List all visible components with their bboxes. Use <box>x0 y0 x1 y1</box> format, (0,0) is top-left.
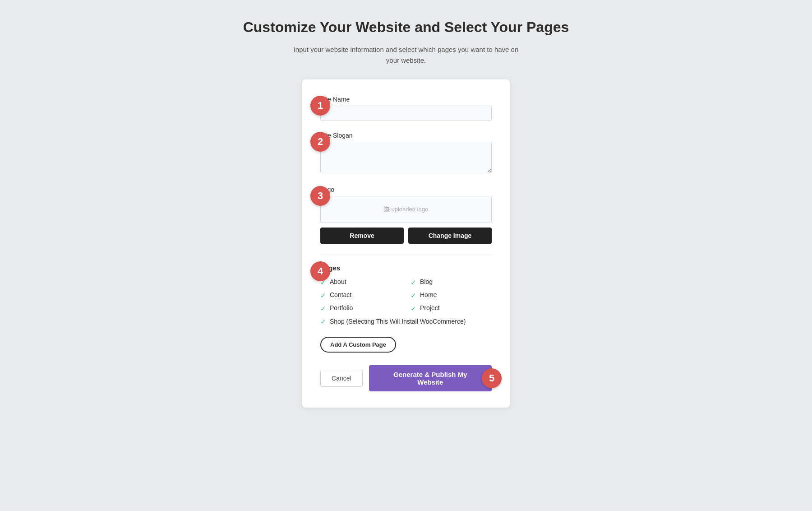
step-badge-2: 2 <box>310 132 330 152</box>
logo-group: 3 Logo 🖼 uploaded logo Remove Change Ima… <box>320 186 492 244</box>
remove-button[interactable]: Remove <box>320 228 404 244</box>
page-item-about: ✓ About <box>320 278 401 287</box>
check-portfolio: ✓ <box>320 305 326 313</box>
page-subtitle: Input your website information and selec… <box>293 44 519 66</box>
logo-buttons: Remove Change Image <box>320 228 492 244</box>
page-label-project: Project <box>420 304 440 311</box>
site-slogan-label: Site Slogan <box>320 132 492 139</box>
site-name-input[interactable] <box>320 106 492 121</box>
site-name-group: 1 Site Name <box>320 96 492 121</box>
step-badge-3: 3 <box>310 186 330 206</box>
step-badge-5: 5 <box>482 368 502 388</box>
check-project: ✓ <box>411 305 416 313</box>
site-slogan-group: 2 Site Slogan <box>320 132 492 175</box>
form-card: 1 Site Name 2 Site Slogan 3 Logo 🖼 uploa… <box>302 79 510 408</box>
page-item-portfolio: ✓ Portfolio <box>320 304 401 313</box>
step-badge-1: 1 <box>310 96 330 116</box>
page-label-about: About <box>330 278 346 285</box>
site-name-label: Site Name <box>320 96 492 103</box>
check-contact: ✓ <box>320 292 326 300</box>
publish-button[interactable]: Generate & Publish My Website <box>369 365 492 391</box>
pages-section: 4 Pages ✓ About ✓ Blog ✓ Contact ✓ Home … <box>320 264 492 353</box>
add-custom-page-button[interactable]: Add A Custom Page <box>320 337 396 353</box>
page-item-shop: ✓ Shop (Selecting This Will Install WooC… <box>320 317 492 326</box>
logo-preview: 🖼 uploaded logo <box>320 196 492 223</box>
page-title: Customize Your Website and Select Your P… <box>243 18 569 37</box>
page-label-blog: Blog <box>420 278 433 285</box>
pages-grid: ✓ About ✓ Blog ✓ Contact ✓ Home ✓ Portfo… <box>320 278 492 326</box>
divider <box>320 255 492 255</box>
check-shop: ✓ <box>320 318 326 326</box>
site-slogan-input[interactable] <box>320 142 492 173</box>
check-blog: ✓ <box>411 279 416 287</box>
step-badge-4: 4 <box>310 261 330 281</box>
page-item-blog: ✓ Blog <box>411 278 492 287</box>
page-item-project: ✓ Project <box>411 304 492 313</box>
page-item-home: ✓ Home <box>411 291 492 300</box>
page-label-shop: Shop (Selecting This Will Install WooCom… <box>330 317 466 326</box>
change-image-button[interactable]: Change Image <box>408 228 492 244</box>
check-home: ✓ <box>411 292 416 300</box>
pages-title: Pages <box>320 264 492 272</box>
page-label-contact: Contact <box>330 291 351 298</box>
page-label-portfolio: Portfolio <box>330 304 353 311</box>
page-header: Customize Your Website and Select Your P… <box>243 18 569 66</box>
form-footer: Cancel Generate & Publish My Website 5 <box>320 365 492 391</box>
page-label-home: Home <box>420 291 437 298</box>
logo-label: Logo <box>320 186 492 193</box>
logo-preview-text: 🖼 uploaded logo <box>384 206 428 213</box>
page-item-contact: ✓ Contact <box>320 291 401 300</box>
cancel-button[interactable]: Cancel <box>320 370 363 387</box>
